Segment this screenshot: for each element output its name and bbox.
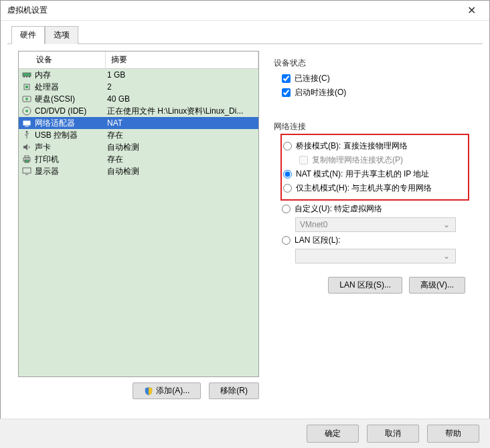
window-title: 虚拟机设置 [7, 5, 457, 16]
svg-rect-2 [26, 76, 27, 78]
replicate-row: 复制物理网络连接状态(P) [283, 154, 467, 166]
memory-icon [21, 70, 32, 80]
device-name: 显示器 [35, 166, 107, 177]
svg-rect-10 [23, 121, 30, 125]
display-icon [21, 166, 32, 177]
device-name: 硬盘(SCSI) [35, 94, 107, 105]
device-name: 网络适配器 [35, 118, 107, 129]
connected-checkbox-row[interactable]: 已连接(C) [282, 73, 468, 84]
device-row-cd[interactable]: CD/DVD (IDE)正在使用文件 H:\Linux资料\Linux_Di..… [19, 105, 258, 117]
bridged-radio[interactable] [283, 142, 292, 150]
lan-segment-label: LAN 区段(L): [295, 235, 341, 246]
dialog-footer: 确定 取消 帮助 [0, 419, 490, 448]
device-row-display[interactable]: 显示器自动检测 [19, 165, 258, 177]
custom-select: VMnet0 [295, 217, 456, 232]
device-row-disk[interactable]: 硬盘(SCSI)40 GB [19, 93, 258, 105]
lan-segment-radio-row[interactable]: LAN 区段(L): [282, 235, 468, 246]
custom-radio-row[interactable]: 自定义(U): 特定虚拟网络 [282, 203, 468, 215]
lan-segment-select [295, 249, 456, 263]
device-row-usb[interactable]: USB 控制器存在 [19, 129, 258, 141]
bridged-radio-row[interactable]: 桥接模式(B): 直接连接物理网络 [283, 140, 467, 152]
hostonly-radio-row[interactable]: 仅主机模式(H): 与主机共享的专用网络 [283, 183, 467, 194]
titlebar: 虚拟机设置 ✕ [1, 1, 489, 21]
connected-checkbox[interactable] [282, 74, 291, 83]
lan-segments-button[interactable]: LAN 区段(S)... [328, 277, 402, 294]
svg-rect-0 [23, 73, 31, 76]
custom-label: 自定义(U): 特定虚拟网络 [295, 203, 382, 215]
device-row-net[interactable]: 网络适配器NAT [19, 117, 258, 129]
svg-point-9 [25, 110, 28, 112]
device-name: 声卡 [35, 142, 107, 153]
device-summary: 1 GB [107, 70, 256, 80]
device-row-memory[interactable]: 内存1 GB [19, 69, 258, 81]
tab-options[interactable]: 选项 [45, 26, 78, 44]
content-area: 设备 摘要 内存1 GB处理器2硬盘(SCSI)40 GBCD/DVD (IDE… [7, 43, 483, 410]
lan-segment-radio[interactable] [282, 236, 291, 245]
hostonly-label: 仅主机模式(H): 与主机共享的专用网络 [296, 183, 432, 194]
left-buttons: 添加(A)... 移除(R) [18, 377, 259, 405]
replicate-checkbox [299, 156, 308, 164]
highlight-box: 桥接模式(B): 直接连接物理网络 复制物理网络连接状态(P) NAT 模式(N… [280, 134, 469, 201]
tab-hardware[interactable]: 硬件 [11, 26, 45, 44]
svg-rect-17 [23, 168, 31, 173]
cancel-button[interactable]: 取消 [367, 425, 419, 443]
list-header: 设备 摘要 [19, 51, 258, 69]
shield-icon [144, 386, 153, 396]
cpu-icon [21, 82, 32, 92]
svg-rect-15 [25, 156, 29, 158]
device-summary: 2 [107, 82, 256, 92]
custom-radio[interactable] [282, 205, 291, 213]
net-icon [21, 118, 32, 128]
device-summary: 自动检测 [107, 142, 256, 153]
svg-rect-5 [25, 86, 28, 88]
connect-at-power-checkbox[interactable] [282, 88, 291, 97]
connect-at-power-row[interactable]: 启动时连接(O) [282, 87, 468, 98]
remove-button[interactable]: 移除(R) [209, 382, 259, 399]
nat-label: NAT 模式(N): 用于共享主机的 IP 地址 [296, 169, 429, 180]
device-row-cpu[interactable]: 处理器2 [19, 81, 258, 93]
bridged-label: 桥接模式(B): 直接连接物理网络 [296, 140, 408, 152]
nat-radio[interactable] [283, 170, 292, 179]
svg-rect-3 [29, 76, 30, 78]
sound-icon [21, 142, 32, 152]
device-summary: 自动检测 [107, 166, 256, 177]
device-name: 内存 [35, 70, 107, 81]
disk-icon [21, 94, 32, 104]
add-button[interactable]: 添加(A)... [133, 382, 201, 399]
header-summary: 摘要 [106, 51, 258, 68]
device-summary: 存在 [107, 154, 256, 165]
help-button[interactable]: 帮助 [427, 425, 479, 443]
device-row-printer[interactable]: 打印机存在 [19, 153, 258, 165]
network-buttons: LAN 区段(S)... 高级(V)... [274, 277, 468, 294]
left-panel: 设备 摘要 内存1 GB处理器2硬盘(SCSI)40 GBCD/DVD (IDE… [18, 51, 259, 405]
advanced-button[interactable]: 高级(V)... [409, 277, 465, 294]
svg-rect-16 [25, 160, 29, 162]
device-summary: 存在 [107, 130, 256, 141]
svg-point-7 [25, 98, 28, 100]
add-button-label: 添加(A)... [156, 385, 189, 397]
header-device: 设备 [19, 51, 106, 68]
device-list: 设备 摘要 内存1 GB处理器2硬盘(SCSI)40 GBCD/DVD (IDE… [18, 51, 259, 377]
network-legend: 网络连接 [274, 121, 468, 132]
close-button[interactable]: ✕ [457, 1, 487, 20]
connect-at-power-label: 启动时连接(O) [295, 87, 346, 98]
printer-icon [21, 154, 32, 164]
svg-rect-1 [23, 76, 25, 78]
hostonly-radio[interactable] [283, 184, 292, 193]
usb-icon [21, 130, 32, 140]
network-connection-group: 网络连接 桥接模式(B): 直接连接物理网络 复制物理网络连接状态(P) NAT… [267, 117, 475, 300]
nat-radio-row[interactable]: NAT 模式(N): 用于共享主机的 IP 地址 [283, 169, 467, 180]
replicate-label: 复制物理网络连接状态(P) [312, 154, 403, 166]
device-name: CD/DVD (IDE) [35, 106, 107, 116]
cd-icon [21, 106, 32, 116]
device-status-legend: 设备状态 [274, 58, 468, 69]
device-name: USB 控制器 [35, 130, 107, 141]
device-summary: 正在使用文件 H:\Linux资料\Linux_Di... [107, 106, 256, 117]
device-row-sound[interactable]: 声卡自动检测 [19, 141, 258, 153]
tab-strip: 硬件 选项 [1, 21, 489, 43]
ok-button[interactable]: 确定 [307, 425, 359, 443]
right-panel: 设备状态 已连接(C) 启动时连接(O) 网络连接 桥接模式(B): 直接连接 [267, 51, 475, 405]
device-name: 打印机 [35, 154, 107, 165]
device-summary: 40 GB [107, 94, 256, 104]
device-name: 处理器 [35, 82, 107, 93]
